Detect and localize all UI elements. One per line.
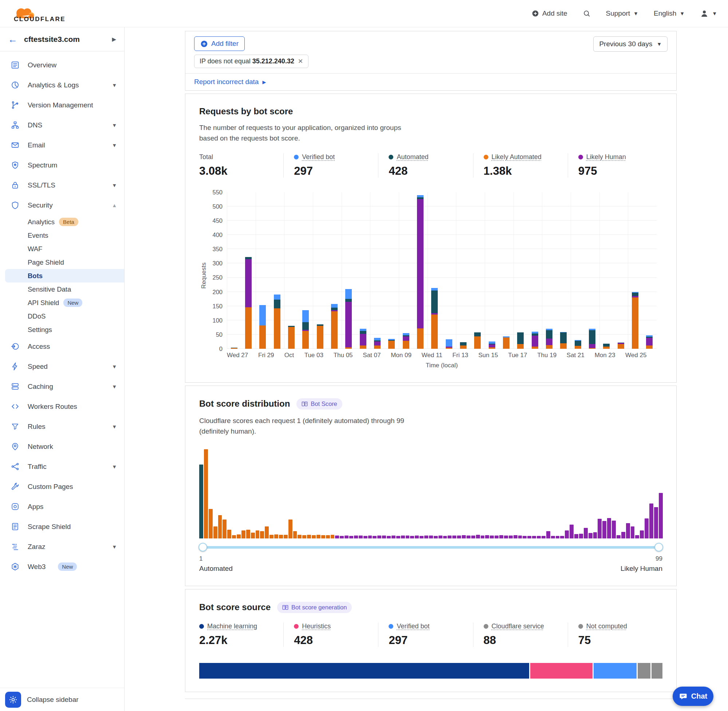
y-axis-ticks: 050100150200250300350400450500550 xyxy=(209,192,227,349)
legend-dot-icon xyxy=(388,155,393,159)
sidebar-item-spectrum[interactable]: Spectrum xyxy=(0,155,124,175)
sidebar-item-access[interactable]: Access xyxy=(0,336,124,356)
sidebar-item-custom-pages[interactable]: Custom Pages xyxy=(0,476,124,497)
date-range-select[interactable]: Previous 30 days ▼ xyxy=(593,36,667,52)
stat-label[interactable]: Verified bot xyxy=(302,153,335,161)
sidebar-item-speed[interactable]: Speed▼ xyxy=(0,356,124,376)
sidebar-item-caching[interactable]: Caching▼ xyxy=(0,376,124,397)
stat-cloudflare-service: Cloudflare service88 xyxy=(473,622,568,647)
add-site-button[interactable]: Add site xyxy=(532,9,567,18)
chevron-down-icon: ▼ xyxy=(112,544,117,550)
sidebar-item-rules[interactable]: Rules▼ xyxy=(0,416,124,437)
stat-automated: Automated428 xyxy=(378,153,473,178)
slider-handle-max[interactable] xyxy=(654,543,663,552)
support-menu[interactable]: Support ▼ xyxy=(606,9,638,18)
sidebar-item-page-shield[interactable]: Page Shield xyxy=(0,255,124,269)
chat-button[interactable]: Chat xyxy=(673,687,713,706)
histogram-bar xyxy=(570,525,574,538)
histogram-bar xyxy=(274,534,278,538)
sidebar-item-apps[interactable]: Apps xyxy=(0,497,124,516)
search-button[interactable] xyxy=(583,9,591,18)
requests-plot xyxy=(227,192,657,349)
stat-label[interactable]: Verified bot xyxy=(397,622,430,630)
sidebar-item-dns[interactable]: DNS▼ xyxy=(0,115,124,135)
add-filter-button[interactable]: Add filter xyxy=(194,36,245,51)
histogram-bar xyxy=(556,536,560,538)
sidebar-item-sensitive-data[interactable]: Sensitive Data xyxy=(0,283,124,296)
filter-chip[interactable]: IP does not equal 35.212.240.32 ✕ xyxy=(194,55,309,68)
sidebar-item-label: Security xyxy=(28,201,53,209)
stat-label[interactable]: Likely Human xyxy=(586,153,626,161)
bar-segment-verified-bot xyxy=(302,310,309,323)
language-menu[interactable]: English ▼ xyxy=(654,9,685,18)
histogram-bar xyxy=(331,535,335,538)
sidebar-item-zaraz[interactable]: Zaraz▼ xyxy=(0,537,124,557)
book-icon xyxy=(301,401,308,407)
requests-description: The number of requests to your applicati… xyxy=(199,122,411,144)
remove-filter-icon[interactable]: ✕ xyxy=(298,58,303,65)
stat-label[interactable]: Cloudflare service xyxy=(492,622,544,630)
sidebar-item-ddos[interactable]: DDoS xyxy=(0,310,124,323)
back-arrow-icon[interactable]: ← xyxy=(8,35,18,44)
site-switcher-chevron-icon[interactable]: ▶ xyxy=(112,36,116,43)
collapse-sidebar-button[interactable]: Collapse sidebar xyxy=(27,696,79,704)
stat-label[interactable]: Automated xyxy=(397,153,428,161)
histogram-bar xyxy=(490,535,494,538)
sidebar-item-events[interactable]: Events xyxy=(0,229,124,242)
histogram-bar xyxy=(514,535,517,538)
sidebar-item-label: DNS xyxy=(28,121,42,129)
histogram-bar xyxy=(447,535,452,538)
sidebar-item-security[interactable]: Security▲ xyxy=(0,195,124,215)
stat-label[interactable]: Machine learning xyxy=(207,622,257,630)
histogram-bar xyxy=(527,536,532,538)
bot-score-badge[interactable]: Bot Score xyxy=(297,398,342,410)
bar-segment-automated xyxy=(546,330,552,339)
next-card-edge xyxy=(185,699,677,702)
sidebar-item-label: Email xyxy=(28,141,45,149)
histogram-bar xyxy=(439,535,443,538)
brand: CLOUDFLARE xyxy=(14,16,65,23)
sidebar-item-web3[interactable]: Web3New xyxy=(0,557,124,577)
plus-circle-icon xyxy=(532,10,539,17)
speed-icon xyxy=(10,362,20,371)
sidebar-item-scrape-shield[interactable]: Scrape Shield xyxy=(0,516,124,537)
histogram-bar xyxy=(635,535,639,538)
chart-bar xyxy=(342,289,356,349)
stat-label: Total xyxy=(199,153,213,161)
bar-segment-likely-automated xyxy=(388,341,395,349)
quick-settings-button[interactable] xyxy=(5,692,21,708)
sidebar-item-waf[interactable]: WAF xyxy=(0,242,124,255)
stat-label[interactable]: Heuristics xyxy=(302,622,331,630)
sidebar-item-settings[interactable]: Settings xyxy=(0,323,124,336)
score-range-slider xyxy=(199,542,663,552)
sidebar-item-ssl-tls[interactable]: SSL/TLS▼ xyxy=(0,175,124,195)
histogram-bar xyxy=(284,535,288,538)
chart-bar xyxy=(628,292,642,349)
stat-label[interactable]: Not computed xyxy=(586,622,627,630)
sidebar-item-api-shield[interactable]: API ShieldNew xyxy=(0,296,124,310)
account-menu[interactable]: ▼ xyxy=(700,9,717,18)
histogram-bar xyxy=(209,509,213,538)
overview-icon xyxy=(10,60,20,70)
chevron-down-icon: ▼ xyxy=(679,10,685,16)
sidebar-item-analytics[interactable]: AnalyticsBeta xyxy=(0,215,124,229)
y-tick: 350 xyxy=(212,246,223,253)
sidebar-item-version-management[interactable]: Version Management xyxy=(0,95,124,115)
sidebar-item-workers-routes[interactable]: Workers Routes xyxy=(0,397,124,416)
bar-segment-likely-automated xyxy=(245,307,252,349)
slider-handle-min[interactable] xyxy=(198,543,207,552)
histogram-bar xyxy=(223,519,226,538)
sidebar-item-email[interactable]: Email▼ xyxy=(0,135,124,155)
sidebar-item-bots[interactable]: Bots xyxy=(5,269,124,283)
histogram-bar xyxy=(344,535,348,538)
sidebar-item-traffic[interactable]: Traffic▼ xyxy=(0,457,124,476)
y-tick: 550 xyxy=(212,189,223,196)
legend-dot-icon xyxy=(484,155,488,159)
sidebar-item-network[interactable]: Network xyxy=(0,437,124,457)
stat-label[interactable]: Likely Automated xyxy=(492,153,542,161)
distribution-description: Cloudflare scores each request 1 (defini… xyxy=(199,415,411,437)
report-incorrect-data-link[interactable]: Report incorrect data xyxy=(194,78,258,86)
bot-score-generation-badge[interactable]: Bot score generation xyxy=(277,602,352,613)
sidebar-item-overview[interactable]: Overview xyxy=(0,55,124,75)
sidebar-item-analytics-logs[interactable]: Analytics & Logs▼ xyxy=(0,75,124,95)
